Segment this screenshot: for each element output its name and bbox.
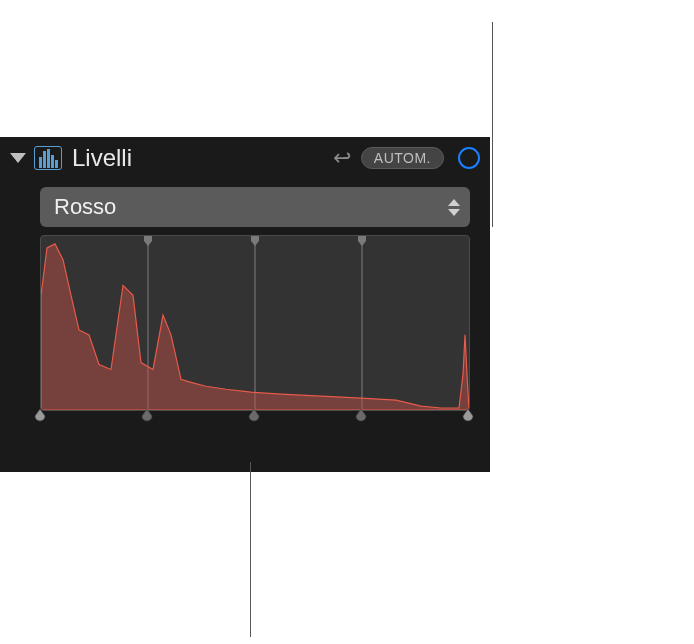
levels-slider-handle-3[interactable] xyxy=(354,409,368,427)
panel-header: Livelli ↩ AUTOM. xyxy=(0,137,490,179)
levels-icon xyxy=(34,146,62,170)
undo-icon[interactable]: ↩ xyxy=(333,145,351,171)
callout-line-slider xyxy=(250,462,251,637)
channel-popup-button[interactable]: Rosso xyxy=(40,187,470,227)
levels-slider-handle-4[interactable] xyxy=(461,409,475,427)
levels-slider-handle-1[interactable] xyxy=(140,409,154,427)
levels-slider-track[interactable] xyxy=(40,411,470,435)
levels-slider-handle-2[interactable] xyxy=(247,409,261,427)
levels-panel: Livelli ↩ AUTOM. Rosso xyxy=(0,137,490,472)
callout-line-dropdown xyxy=(492,22,493,227)
panel-title: Livelli xyxy=(72,144,327,172)
channel-selected-label: Rosso xyxy=(54,194,448,220)
enable-toggle-icon[interactable] xyxy=(458,147,480,169)
histogram-svg xyxy=(41,236,469,410)
histogram-display xyxy=(40,235,470,411)
auto-button[interactable]: AUTOM. xyxy=(361,147,444,169)
levels-slider-handle-0[interactable] xyxy=(33,409,47,427)
disclosure-triangle-icon[interactable] xyxy=(10,153,26,163)
popup-stepper-icon xyxy=(448,199,460,216)
